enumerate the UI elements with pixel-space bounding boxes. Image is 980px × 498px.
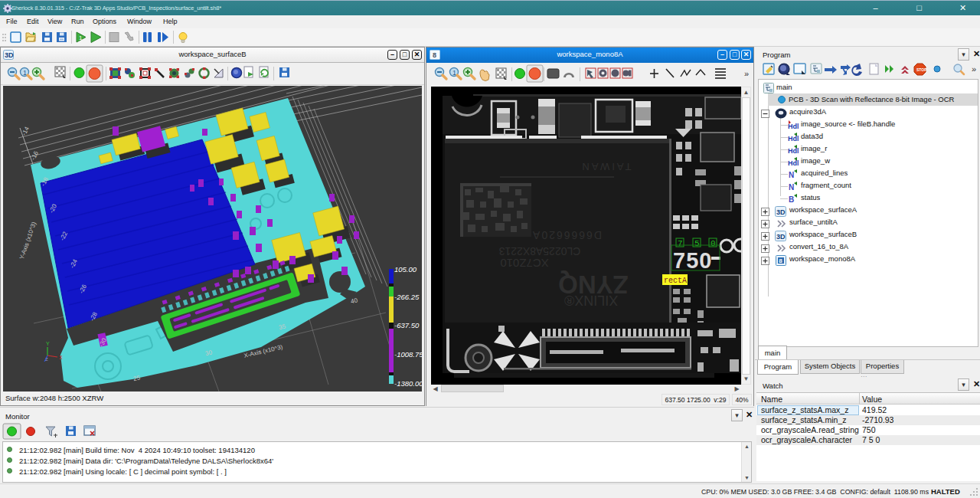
svg-text:D6666620A: D6666620A [531, 229, 602, 241]
svg-text:STOP: STOP [916, 67, 927, 72]
svg-text:Z: Z [45, 357, 48, 362]
svg-text:1: 1 [23, 69, 27, 77]
svg-text:Hdl: Hdl [788, 159, 799, 167]
svg-text:-1008.75: -1008.75 [394, 350, 422, 359]
svg-text:8: 8 [779, 257, 782, 264]
svg-text:TAIWAN: TAIWAN [580, 161, 631, 172]
svg-text:N: N [789, 183, 794, 192]
svg-text:-1380.00: -1380.00 [394, 379, 422, 388]
svg-text:Hdl: Hdl [788, 147, 799, 155]
svg-text:Y: Y [46, 341, 50, 346]
svg-text:N: N [789, 171, 794, 179]
svg-text:CL0225A8X2213: CL0225A8X2213 [498, 245, 580, 257]
svg-text:3D: 3D [776, 233, 786, 241]
svg-text:Hdl: Hdl [788, 123, 799, 130]
svg-text:XC7Z010: XC7Z010 [500, 257, 548, 270]
svg-text:1: 1 [79, 34, 83, 41]
svg-text:750: 750 [673, 248, 712, 273]
svg-text:105.00: 105.00 [394, 265, 417, 274]
svg-text:1: 1 [452, 69, 456, 77]
svg-text:-637.50: -637.50 [394, 321, 420, 329]
svg-text:»: » [972, 64, 976, 74]
svg-text:3D: 3D [776, 208, 786, 216]
svg-text:-266.25: -266.25 [394, 293, 420, 301]
svg-text:Hdl: Hdl [788, 135, 799, 143]
svg-text:rectA: rectA [664, 277, 687, 285]
svg-text:X: X [59, 355, 63, 360]
svg-text:XILINX®: XILINX® [564, 293, 618, 308]
svg-text:B: B [789, 195, 794, 204]
